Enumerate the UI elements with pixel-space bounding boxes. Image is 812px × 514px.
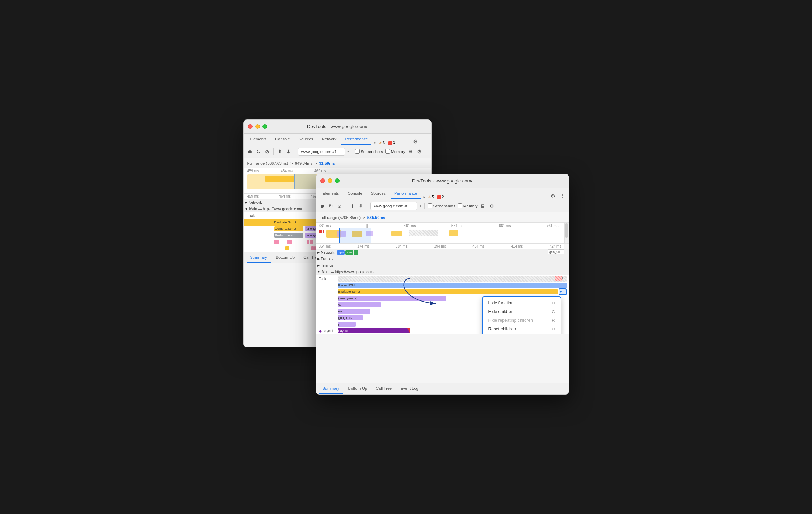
front-network-label: Network	[321, 250, 335, 254]
front-bottom-eventlog[interactable]: Event Log	[397, 383, 422, 394]
back-memory-label[interactable]: Memory	[385, 149, 405, 154]
back-title: DevTools - www.google.com/	[307, 124, 367, 129]
back-main-triangle: ▼	[245, 207, 248, 211]
front-network-header[interactable]: ▶ Network n.jsa .mb4	[316, 249, 569, 256]
back-settings2-icon[interactable]: ⚙	[416, 148, 422, 155]
front-bottom-summary[interactable]: Summary	[319, 383, 343, 394]
front-layout-bar: Layout	[338, 328, 410, 333]
back-pink7	[311, 246, 314, 250]
front-menu-reset-children[interactable]: Reset children U	[483, 325, 561, 333]
front-record-icon[interactable]: ⏺	[319, 203, 325, 209]
back-refresh-icon[interactable]: ↻	[255, 148, 262, 155]
front-err-count: 2	[442, 195, 444, 199]
front-tab-more[interactable]: »	[423, 195, 425, 199]
front-minimize-button[interactable]	[328, 178, 332, 183]
front-toolbar: ⏺ ↻ ⊘ ⬆ ⬇ ▾ Screenshots Memory 🖥 ⚙	[316, 199, 569, 212]
back-err-icon: 🟥	[388, 141, 392, 145]
back-tab-elements[interactable]: Elements	[247, 134, 270, 145]
back-warn-icon: ⚠	[379, 141, 382, 145]
front-screenshots-checkbox[interactable]	[428, 203, 432, 208]
front-window: DevTools - www.google.com/ Elements Cons…	[316, 174, 569, 395]
back-tab-network[interactable]: Network	[318, 134, 340, 145]
front-parse-row: Parse HTML	[316, 282, 569, 288]
front-url-input[interactable]	[370, 202, 417, 210]
front-timings-header[interactable]: ▶ Timings	[316, 262, 569, 269]
front-main-header[interactable]: ▼ Main — https://www.google.com/	[316, 269, 569, 275]
front-tab-console[interactable]: Console	[344, 188, 366, 199]
back-tab-more[interactable]: »	[374, 140, 376, 145]
front-tab-sources[interactable]: Sources	[367, 188, 389, 199]
front-maximize-button[interactable]	[335, 178, 340, 183]
back-pink2	[277, 240, 279, 244]
front-screenshots-label[interactable]: Screenshots	[428, 203, 455, 208]
front-warn-count: 5	[432, 195, 434, 199]
back-bottom-summary[interactable]: Summary	[247, 252, 271, 263]
back-screenshots-checkbox[interactable]	[355, 149, 360, 154]
back-memory-checkbox[interactable]	[385, 149, 390, 154]
front-more-icon[interactable]: ⋮	[559, 193, 566, 199]
front-timeline-area[interactable]: 361 ms || 461 ms 561 ms 661 ms 761 ms	[316, 223, 569, 244]
back-range-arrow: >	[290, 161, 293, 165]
back-range-arrow2: >	[315, 161, 317, 165]
front-menu-hide-children[interactable]: Hide children C	[483, 307, 561, 316]
back-bottom-bottomup[interactable]: Bottom-Up	[272, 252, 299, 263]
front-menu-hide-repeating-label: Hide repeating children	[488, 318, 533, 323]
front-warn-icon: ⚠	[428, 195, 431, 199]
front-timeline-ruler: 361 ms || 461 ms 561 ms 661 ms 761 ms	[316, 223, 561, 228]
front-tab-performance[interactable]: Performance	[391, 188, 421, 199]
front-task-row: Task T...	[316, 275, 569, 282]
front-bottom-bottomup[interactable]: Bottom-Up	[345, 383, 371, 394]
back-minimize-button[interactable]	[255, 124, 260, 129]
front-scrollbar-thumb[interactable]	[565, 223, 568, 238]
front-upload-icon[interactable]: ⬆	[349, 203, 355, 209]
front-sep2	[367, 203, 367, 209]
back-close-button[interactable]	[248, 124, 253, 129]
back-tab-performance[interactable]: Performance	[341, 134, 371, 145]
front-frames-header[interactable]: ▶ Frames	[316, 256, 569, 262]
front-download-icon[interactable]: ⬇	[358, 203, 364, 209]
back-more-icon[interactable]: ⋮	[422, 138, 428, 145]
back-settings-icon[interactable]: ⚙	[412, 138, 419, 145]
front-evaluate-bar: Evaluate Script	[338, 289, 558, 294]
front-url-dropdown[interactable]: ▾	[420, 204, 421, 208]
back-capture-icon[interactable]: 🖥	[407, 148, 414, 155]
front-memory-checkbox[interactable]	[458, 203, 462, 208]
back-tab-sources[interactable]: Sources	[295, 134, 317, 145]
back-warn-count: 3	[383, 141, 385, 145]
front-capture-icon[interactable]: 🖥	[480, 203, 486, 209]
front-task-label: Task	[316, 277, 338, 281]
front-close-button[interactable]	[320, 178, 325, 183]
front-memory-label[interactable]: Memory	[458, 203, 478, 208]
front-p-bar: p	[338, 322, 356, 327]
back-url-input[interactable]	[298, 148, 345, 156]
front-bottom-calltree[interactable]: Call Tree	[372, 383, 395, 394]
back-record-icon[interactable]: ⏺	[247, 148, 253, 155]
front-dropdown-btn[interactable]: ▼	[559, 288, 567, 295]
back-url-dropdown[interactable]: ▾	[347, 149, 349, 153]
front-refresh-icon[interactable]: ↻	[328, 203, 334, 209]
back-screenshots-label[interactable]: Screenshots	[355, 149, 383, 154]
back-maximize-button[interactable]	[262, 124, 267, 129]
front-mini-timeline: CPU NET	[319, 228, 559, 243]
front-menu-hide-repeating[interactable]: Hide repeating children R	[483, 316, 561, 325]
front-timings-triangle: ▶	[317, 264, 320, 267]
front-flame-chart[interactable]: gen_20... ▶ Network n.jsa .mb4 ▶ Frames …	[316, 249, 569, 334]
back-range-bar: Full range (5667.63ms) > 649.34ms > 31.5…	[244, 158, 431, 168]
front-settings2-icon[interactable]: ⚙	[488, 203, 495, 209]
front-main-label: Main — https://www.google.com/	[321, 270, 374, 274]
front-context-menu[interactable]: Hide function H Hide children C Hide rep…	[482, 296, 561, 334]
back-clear-icon[interactable]: ⊘	[264, 148, 270, 155]
front-menu-reset-trace[interactable]: Reset trace	[483, 333, 561, 334]
front-menu-hide-function[interactable]: Hide function H	[483, 299, 561, 307]
back-tab-console[interactable]: Console	[272, 134, 293, 145]
front-frames-label: Frames	[321, 257, 333, 261]
back-download-icon[interactable]: ⬇	[285, 148, 292, 155]
back-upload-icon[interactable]: ⬆	[277, 148, 283, 155]
back-sep3	[352, 148, 352, 155]
front-parse-bar: Parse HTML	[338, 283, 567, 288]
front-sep1	[346, 203, 346, 209]
front-clear-icon[interactable]: ⊘	[336, 203, 343, 209]
front-scrollbar[interactable]	[564, 223, 569, 243]
front-tab-elements[interactable]: Elements	[319, 188, 343, 199]
front-settings-icon[interactable]: ⚙	[550, 193, 556, 199]
